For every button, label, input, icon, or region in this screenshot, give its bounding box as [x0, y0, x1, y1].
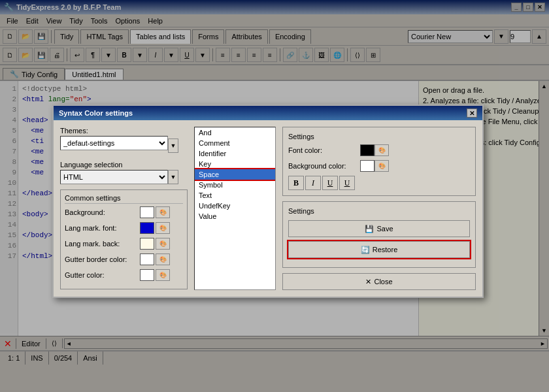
- close-label: Close: [374, 278, 392, 286]
- themes-select[interactable]: _defaut-settings: [60, 136, 168, 150]
- gutter-border-box: [140, 253, 154, 265]
- lang-mark-back-label: Lang mark. back:: [65, 240, 140, 248]
- token-and[interactable]: And: [195, 127, 275, 138]
- format-btns: B I U U: [288, 176, 470, 190]
- bg-color-label: Background:: [65, 208, 140, 216]
- font-color-pick[interactable]: 🎨: [374, 144, 389, 156]
- settings-label-1: Settings: [288, 133, 470, 140]
- bg-color2-box: [360, 160, 374, 172]
- lang-mark-back-pick[interactable]: 🎨: [156, 238, 170, 250]
- settings-group-1: Settings Font color: 🎨 Background color:…: [282, 127, 476, 196]
- gutter-color-box: [140, 269, 154, 281]
- dialog-body: Themes: _defaut-settings ▼ Language sele…: [54, 120, 482, 297]
- gutter-border-label: Gutter border color:: [65, 255, 140, 263]
- token-list: And Comment Identifier Key Space Symbol …: [194, 127, 276, 290]
- bg-color2-label: Background color:: [288, 162, 360, 170]
- dialog-titlebar: Syntax Color settings ✕: [54, 106, 482, 120]
- themes-label: Themes:: [60, 127, 188, 135]
- lang-dropdown[interactable]: ▼: [168, 170, 178, 184]
- fmt-underline-btn[interactable]: U: [322, 176, 338, 190]
- token-comment[interactable]: Comment: [195, 138, 275, 148]
- close-icon: ✕: [365, 278, 371, 286]
- gutter-color-label: Gutter color:: [65, 271, 140, 279]
- token-key[interactable]: Key: [195, 159, 275, 169]
- gutter-color-row: Gutter color: 🎨: [65, 269, 183, 281]
- lang-mark-font-pick[interactable]: 🎨: [156, 222, 170, 234]
- dialog-right-col: Settings Font color: 🎨 Background color:…: [282, 127, 476, 290]
- dialog-left-col: Themes: _defaut-settings ▼ Language sele…: [60, 127, 188, 290]
- fmt-bold-btn[interactable]: B: [288, 176, 304, 190]
- restore-icon: 🔄: [361, 246, 370, 254]
- token-value[interactable]: Value: [195, 211, 275, 221]
- save-btn-dialog[interactable]: 💾 Save: [288, 220, 470, 237]
- font-color-box: [360, 144, 374, 156]
- fmt-strikethrough-btn[interactable]: U: [339, 176, 355, 190]
- lang-select[interactable]: HTML: [60, 170, 168, 184]
- dialog-close-btn[interactable]: ✕: [467, 108, 477, 118]
- token-text[interactable]: Text: [195, 190, 275, 201]
- token-identifier[interactable]: Identifier: [195, 148, 275, 159]
- settings-group-2: Settings 💾 Save 🔄 Restore: [282, 201, 476, 268]
- syntax-dialog: Syntax Color settings ✕ Themes: _defaut-…: [52, 105, 484, 298]
- close-dialog-btn[interactable]: ✕ Close: [282, 273, 476, 290]
- lang-mark-back-row: Lang mark. back: 🎨: [65, 238, 183, 250]
- token-symbol[interactable]: Symbol: [195, 180, 275, 190]
- restore-btn[interactable]: 🔄 Restore: [288, 241, 470, 258]
- bg-color-pick-btn[interactable]: 🎨: [156, 206, 170, 218]
- save-icon: 💾: [365, 225, 374, 233]
- gutter-border-pick[interactable]: 🎨: [156, 253, 170, 265]
- token-undefkey[interactable]: UndefKey: [195, 201, 275, 211]
- bg-color-box: [140, 206, 154, 218]
- restore-label: Restore: [373, 246, 398, 253]
- save-label: Save: [376, 225, 393, 233]
- modal-overlay: Syntax Color settings ✕ Themes: _defaut-…: [0, 0, 549, 392]
- gutter-border-row: Gutter border color: 🎨: [65, 253, 183, 265]
- lang-mark-font-box: [140, 222, 154, 234]
- lang-mark-font-row: Lang mark. font: 🎨: [65, 222, 183, 234]
- settings-label-2: Settings: [288, 207, 470, 215]
- lang-label: Language selection: [60, 161, 188, 169]
- themes-dropdown[interactable]: ▼: [168, 139, 178, 153]
- common-settings-box: Common settings Background: 🎨 Lang mark.…: [60, 189, 188, 289]
- bg-color-row: Background: 🎨: [65, 206, 183, 218]
- common-settings-label: Common settings: [65, 194, 183, 204]
- token-space[interactable]: Space: [195, 169, 275, 180]
- bg-color2-pick[interactable]: 🎨: [374, 160, 389, 172]
- lang-mark-back-box: [140, 238, 154, 250]
- lang-mark-font-label: Lang mark. font:: [65, 224, 140, 232]
- font-color-row: Font color: 🎨: [288, 144, 470, 156]
- gutter-color-pick[interactable]: 🎨: [156, 269, 170, 281]
- bg-color2-row: Background color: 🎨: [288, 160, 470, 172]
- fmt-italic-btn[interactable]: I: [305, 176, 321, 190]
- dialog-title: Syntax Color settings: [59, 109, 133, 117]
- font-color-label: Font color:: [288, 146, 360, 154]
